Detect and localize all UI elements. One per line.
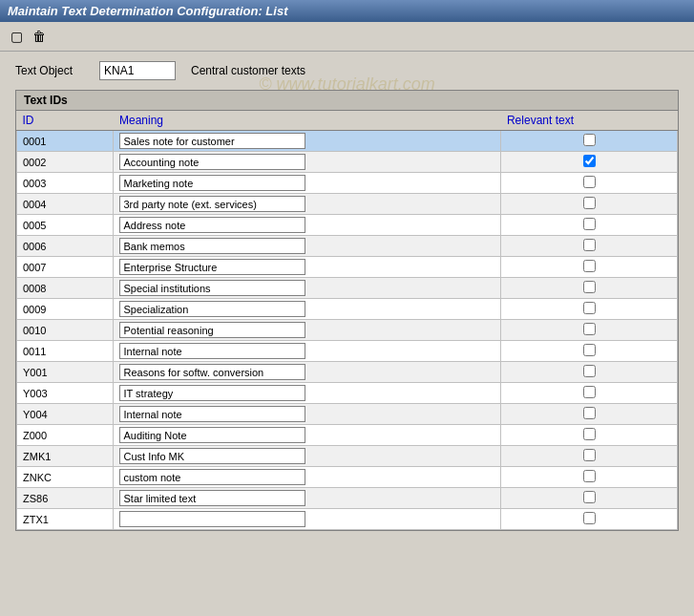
cell-meaning[interactable] (114, 131, 501, 152)
table-row: ZMK1 (17, 446, 678, 467)
text-object-label: Text Object (15, 64, 92, 77)
toolbar: ▢ 🗑 © www.tutorialkart.com (0, 22, 694, 52)
cell-relevant[interactable] (501, 383, 678, 404)
relevant-checkbox[interactable] (583, 428, 596, 440)
relevant-checkbox[interactable] (583, 302, 596, 314)
table-row: 0007 (17, 257, 678, 278)
relevant-checkbox[interactable] (583, 281, 596, 293)
cell-relevant[interactable] (501, 299, 678, 320)
meaning-input[interactable] (119, 469, 305, 485)
meaning-input[interactable] (119, 217, 305, 233)
meaning-input[interactable] (119, 427, 305, 443)
relevant-checkbox[interactable] (583, 239, 596, 251)
cell-meaning[interactable] (114, 278, 501, 299)
cell-meaning[interactable] (114, 446, 501, 467)
cell-meaning[interactable] (114, 215, 501, 236)
cell-relevant[interactable] (501, 341, 678, 362)
cell-relevant[interactable] (501, 467, 678, 488)
cell-relevant[interactable] (501, 236, 678, 257)
table-row: ZS86 (17, 488, 678, 509)
relevant-checkbox[interactable] (583, 176, 596, 188)
col-header-meaning: Meaning (114, 111, 501, 131)
cell-relevant[interactable] (501, 194, 678, 215)
cell-relevant[interactable] (501, 257, 678, 278)
cell-id: Z000 (17, 425, 114, 446)
cell-meaning[interactable] (114, 299, 501, 320)
cell-relevant[interactable] (501, 173, 678, 194)
cell-relevant[interactable] (501, 446, 678, 467)
cell-meaning[interactable] (114, 152, 501, 173)
panel-header: Text IDs (16, 91, 678, 111)
table-row: 0010 (17, 320, 678, 341)
meaning-input[interactable] (119, 343, 305, 359)
meaning-input[interactable] (119, 259, 305, 275)
meaning-input[interactable] (119, 196, 305, 212)
meaning-input[interactable] (119, 448, 305, 464)
relevant-checkbox[interactable] (583, 512, 596, 524)
relevant-checkbox[interactable] (583, 365, 596, 377)
relevant-checkbox[interactable] (583, 218, 596, 230)
relevant-checkbox[interactable] (583, 386, 596, 398)
meaning-input[interactable] (119, 280, 305, 296)
cell-meaning[interactable] (114, 257, 501, 278)
cell-meaning[interactable] (114, 236, 501, 257)
cell-id: 0008 (17, 278, 114, 299)
cell-meaning[interactable] (114, 173, 501, 194)
cell-meaning[interactable] (114, 194, 501, 215)
relevant-checkbox[interactable] (583, 407, 596, 419)
relevant-checkbox[interactable] (583, 323, 596, 335)
cell-relevant[interactable] (501, 488, 678, 509)
relevant-checkbox[interactable] (583, 344, 596, 356)
meaning-input[interactable] (119, 511, 305, 527)
cell-meaning[interactable] (114, 362, 501, 383)
cell-relevant[interactable] (501, 215, 678, 236)
meaning-input[interactable] (119, 133, 305, 149)
meaning-input[interactable] (119, 154, 305, 170)
table-row: Z000 (17, 425, 678, 446)
relevant-checkbox[interactable] (583, 197, 596, 209)
cell-id: ZNKC (17, 467, 114, 488)
meaning-input[interactable] (119, 238, 305, 254)
cell-id: Y003 (17, 383, 114, 404)
relevant-checkbox[interactable] (583, 491, 596, 503)
meaning-input[interactable] (119, 175, 305, 191)
cell-id: 0003 (17, 173, 114, 194)
cell-meaning[interactable] (114, 509, 501, 530)
cell-meaning[interactable] (114, 341, 501, 362)
text-ids-table: ID Meaning Relevant text 000100020003000… (16, 111, 678, 530)
cell-relevant[interactable] (501, 278, 678, 299)
relevant-checkbox[interactable] (583, 449, 596, 461)
col-header-relevant: Relevant text (501, 111, 678, 131)
cell-id: 0011 (17, 341, 114, 362)
meaning-input[interactable] (119, 490, 305, 506)
table-row: ZNKC (17, 467, 678, 488)
cell-relevant[interactable] (501, 509, 678, 530)
cell-relevant[interactable] (501, 131, 678, 152)
meaning-input[interactable] (119, 406, 305, 422)
relevant-checkbox[interactable] (583, 134, 596, 146)
meaning-input[interactable] (119, 364, 305, 380)
relevant-checkbox[interactable] (583, 470, 596, 482)
cell-meaning[interactable] (114, 467, 501, 488)
text-object-input[interactable] (99, 61, 176, 80)
cell-id: Y001 (17, 362, 114, 383)
cell-id: ZMK1 (17, 446, 114, 467)
meaning-input[interactable] (119, 301, 305, 317)
cell-meaning[interactable] (114, 488, 501, 509)
cell-id: 0002 (17, 152, 114, 173)
cell-meaning[interactable] (114, 404, 501, 425)
cell-relevant[interactable] (501, 152, 678, 173)
cell-relevant[interactable] (501, 425, 678, 446)
cell-relevant[interactable] (501, 404, 678, 425)
cell-meaning[interactable] (114, 320, 501, 341)
delete-icon[interactable]: 🗑 (31, 28, 48, 45)
cell-meaning[interactable] (114, 383, 501, 404)
meaning-input[interactable] (119, 322, 305, 338)
new-document-icon[interactable]: ▢ (8, 28, 25, 45)
relevant-checkbox[interactable] (583, 260, 596, 272)
relevant-checkbox[interactable] (583, 155, 596, 167)
cell-meaning[interactable] (114, 425, 501, 446)
cell-relevant[interactable] (501, 320, 678, 341)
meaning-input[interactable] (119, 385, 305, 401)
cell-relevant[interactable] (501, 362, 678, 383)
